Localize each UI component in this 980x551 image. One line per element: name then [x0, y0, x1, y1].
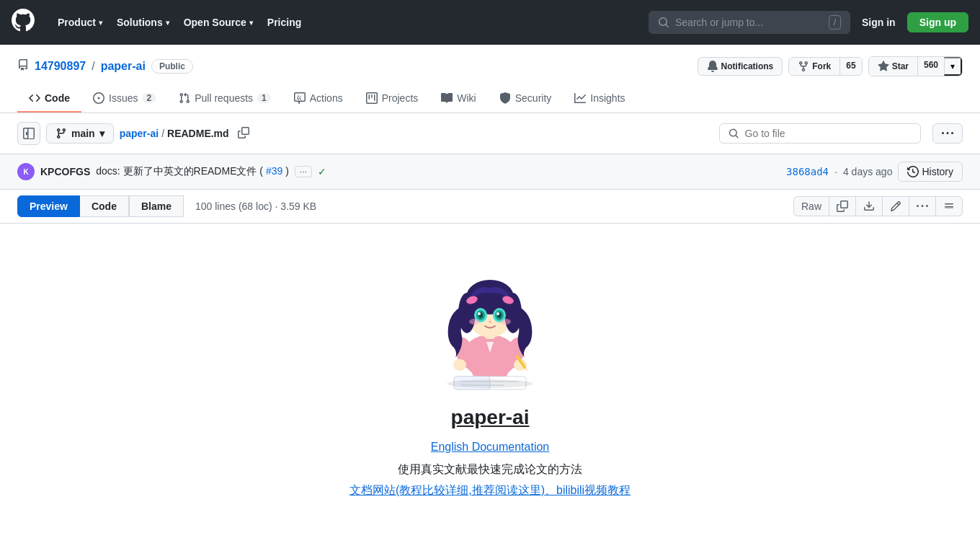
view-action-buttons: Raw [793, 196, 963, 216]
more-options-button[interactable] [932, 123, 963, 144]
chevron-down-icon: ▾ [99, 19, 102, 27]
commit-message: docs: 更新了中英文的README文件 ( #39 ) [96, 165, 289, 178]
readme-subtitle: 使用真实文献最快速完成论文的方法 [398, 462, 582, 477]
view-tab-blame[interactable]: Blame [129, 195, 184, 217]
goto-file-search[interactable] [719, 123, 921, 144]
svg-point-21 [496, 312, 499, 315]
search-shortcut: / [829, 15, 841, 30]
repo-name-link[interactable]: paper-ai [101, 60, 146, 73]
nav-open-source[interactable]: Open Source ▾ [178, 12, 259, 32]
search-placeholder: Search or jump to... [675, 17, 823, 28]
fork-count[interactable]: 65 [839, 58, 861, 75]
commit-meta: 3868ad4 · 4 days ago History [786, 162, 963, 182]
more-view-button[interactable] [909, 196, 936, 216]
goto-file-input[interactable] [745, 128, 912, 139]
search-icon [729, 128, 739, 139]
tab-projects[interactable]: Projects [355, 85, 430, 113]
sidebar-icon [23, 128, 35, 139]
edit-button[interactable] [883, 196, 909, 216]
history-button[interactable]: History [898, 162, 963, 182]
download-icon [863, 200, 875, 212]
branch-selector-button[interactable]: main ▾ [46, 123, 114, 144]
list-icon [943, 200, 955, 212]
issues-count: 2 [142, 93, 156, 103]
tab-insights[interactable]: Insights [563, 85, 636, 113]
repo-action-buttons: Notifications Fork 65 Star [698, 56, 963, 76]
wiki-icon [441, 92, 453, 104]
signup-button[interactable]: Sign up [907, 12, 968, 32]
tab-security[interactable]: Security [488, 85, 564, 113]
svg-point-4 [453, 359, 466, 371]
readme-title: paper-ai [451, 406, 530, 429]
pr-icon [179, 92, 190, 104]
svg-point-20 [478, 312, 481, 315]
copy-raw-button[interactable] [829, 196, 856, 216]
projects-icon [366, 92, 378, 104]
sidebar-toggle-button[interactable] [17, 122, 40, 145]
copy-path-button[interactable] [235, 124, 252, 144]
chevron-down-icon: ▾ [99, 128, 104, 139]
star-button[interactable]: Star [869, 57, 917, 76]
commit-pr-link[interactable]: #39 [266, 165, 282, 177]
github-logo-icon[interactable] [12, 9, 35, 36]
view-tab-code[interactable]: Code [80, 195, 129, 217]
branch-icon [55, 128, 67, 139]
nav-items: Product ▾ Solutions ▾ Open Source ▾ Pric… [52, 12, 307, 32]
code-icon [29, 92, 40, 104]
readme-english-docs-link[interactable]: English Documentation [431, 441, 550, 454]
top-nav-auth-links: Sign in Sign up [862, 12, 968, 32]
chevron-down-icon: ▾ [166, 19, 169, 27]
history-icon [907, 166, 919, 177]
commit-status-check-icon: ✓ [318, 166, 326, 177]
anime-character-illustration [432, 241, 548, 392]
readme-video-link[interactable]: 文档网站(教程比较详细,推荐阅读这里)、bilibili视频教程 [349, 483, 631, 498]
repo-owner-link[interactable]: 14790897 [35, 60, 86, 73]
readme-hero-image [432, 241, 548, 394]
notifications-button[interactable]: Notifications [698, 57, 783, 76]
commit-message-expand-button[interactable]: ··· [295, 166, 312, 177]
fork-button[interactable]: Fork [789, 58, 839, 75]
tab-code[interactable]: Code [17, 85, 81, 113]
star-icon [878, 61, 889, 72]
global-search-bar[interactable]: Search or jump to... / [649, 11, 850, 34]
svg-point-31 [447, 379, 533, 388]
raw-button[interactable]: Raw [793, 196, 829, 216]
breadcrumb-repo-link[interactable]: paper-ai [120, 128, 159, 139]
repo-separator: / [92, 60, 94, 73]
chevron-down-icon: ▾ [249, 19, 253, 27]
download-button[interactable] [856, 196, 883, 216]
star-dropdown-button[interactable]: ▾ [944, 57, 962, 76]
search-icon [658, 17, 669, 28]
commit-author-name[interactable]: KPCOFGS [40, 166, 90, 177]
star-count[interactable]: 560 [917, 57, 944, 76]
signin-link[interactable]: Sign in [862, 17, 896, 28]
view-tab-preview[interactable]: Preview [17, 195, 80, 217]
nav-pricing[interactable]: Pricing [262, 12, 307, 32]
fork-icon [798, 61, 809, 72]
kebab-icon [917, 200, 928, 212]
tab-actions[interactable]: Actions [282, 85, 355, 113]
nav-solutions[interactable]: Solutions ▾ [111, 12, 175, 32]
actions-icon [294, 92, 306, 104]
top-navigation: Product ▾ Solutions ▾ Open Source ▾ Pric… [0, 0, 980, 45]
star-button-group: Star 560 ▾ [868, 56, 963, 76]
file-breadcrumb: paper-ai / README.md [120, 128, 229, 139]
commit-separator: · [834, 166, 837, 177]
commit-time: 4 days ago [843, 166, 893, 177]
copy-icon [837, 200, 848, 212]
tab-wiki[interactable]: Wiki [429, 85, 487, 113]
issues-icon [93, 92, 104, 104]
tab-pull-requests[interactable]: Pull requests 1 [167, 85, 282, 113]
repo-header: 14790897 / paper-ai Public Notifications… [0, 45, 980, 113]
commit-hash-link[interactable]: 3868ad4 [786, 166, 829, 177]
view-tabs-row: Preview Code Blame 100 lines (68 loc) · … [0, 190, 980, 224]
file-info: 100 lines (68 loc) · 3.59 KB [195, 200, 316, 212]
repo-icon [17, 59, 29, 74]
svg-point-22 [489, 321, 491, 323]
nav-product[interactable]: Product ▾ [52, 12, 108, 32]
outline-button[interactable] [936, 196, 963, 216]
tab-issues[interactable]: Issues 2 [81, 85, 167, 113]
svg-point-23 [469, 319, 479, 325]
breadcrumb-separator: / [161, 128, 164, 139]
file-header: main ▾ paper-ai / README.md [0, 113, 980, 154]
